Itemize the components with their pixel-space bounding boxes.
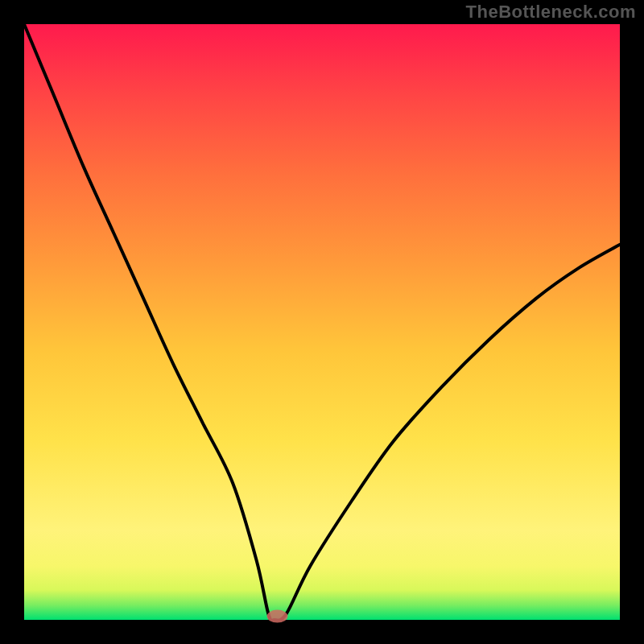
bottleneck-chart — [0, 0, 644, 644]
chart-frame: TheBottleneck.com — [0, 0, 644, 644]
plot-background — [24, 24, 620, 620]
watermark-label: TheBottleneck.com — [466, 2, 636, 23]
optimal-point-marker — [267, 610, 288, 623]
